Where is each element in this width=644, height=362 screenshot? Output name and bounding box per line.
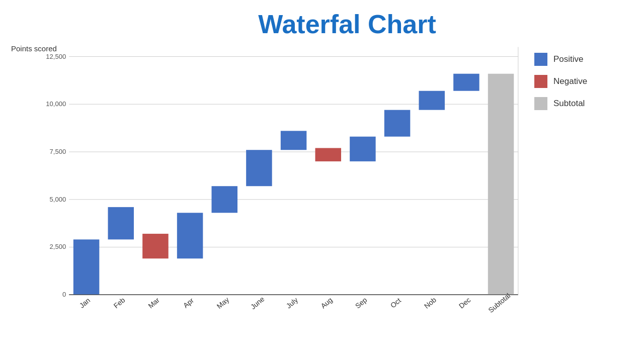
svg-rect-18 xyxy=(281,131,306,150)
svg-rect-14 xyxy=(142,234,168,258)
legend-color-positive xyxy=(534,53,547,66)
svg-rect-12 xyxy=(73,239,99,295)
svg-rect-17 xyxy=(246,150,272,186)
svg-text:Mar: Mar xyxy=(146,296,161,310)
legend-label-positive: Positive xyxy=(553,54,584,64)
svg-text:May: May xyxy=(215,296,231,310)
svg-text:July: July xyxy=(285,296,299,310)
legend-color-negative xyxy=(534,75,547,88)
legend-item-negative: Negative xyxy=(534,75,630,88)
chart-area: 02,5005,0007,50010,00012,500JanFebMarApr… xyxy=(43,40,528,322)
svg-text:Apr: Apr xyxy=(182,296,195,310)
legend-label-negative: Negative xyxy=(553,76,587,86)
svg-rect-22 xyxy=(419,91,444,110)
svg-text:12,500: 12,500 xyxy=(46,53,66,60)
svg-rect-15 xyxy=(177,213,203,258)
svg-text:7,500: 7,500 xyxy=(50,148,66,155)
legend-item-positive: Positive xyxy=(534,53,630,66)
legend-label-subtotal: Subtotal xyxy=(553,99,585,109)
chart-title: Waterfal Chart xyxy=(151,9,543,39)
svg-text:Sep: Sep xyxy=(354,296,369,310)
svg-rect-19 xyxy=(315,148,341,161)
chart-svg: 02,5005,0007,50010,00012,500JanFebMarApr… xyxy=(43,40,528,322)
svg-text:5,000: 5,000 xyxy=(50,196,66,203)
svg-rect-13 xyxy=(108,207,134,239)
svg-text:Aug: Aug xyxy=(319,296,334,310)
legend-color-subtotal xyxy=(534,97,547,110)
svg-text:0: 0 xyxy=(62,291,66,298)
svg-rect-20 xyxy=(350,137,375,161)
svg-rect-16 xyxy=(212,186,237,213)
svg-text:June: June xyxy=(249,295,266,311)
svg-text:Oct: Oct xyxy=(389,296,403,309)
svg-rect-24 xyxy=(488,74,514,295)
legend-item-subtotal: Subtotal xyxy=(534,97,630,110)
svg-text:Jan: Jan xyxy=(78,296,92,310)
svg-rect-21 xyxy=(384,110,410,137)
svg-text:Feb: Feb xyxy=(112,296,127,310)
chart-legend: Positive Negative Subtotal xyxy=(534,53,630,110)
page-container: Waterfal Chart Points scored 02,5005,000… xyxy=(0,0,644,362)
svg-text:10,000: 10,000 xyxy=(46,100,66,108)
svg-text:Nob: Nob xyxy=(423,296,438,310)
svg-text:Dec: Dec xyxy=(457,296,472,310)
svg-rect-23 xyxy=(453,74,479,91)
svg-text:2,500: 2,500 xyxy=(50,243,66,250)
